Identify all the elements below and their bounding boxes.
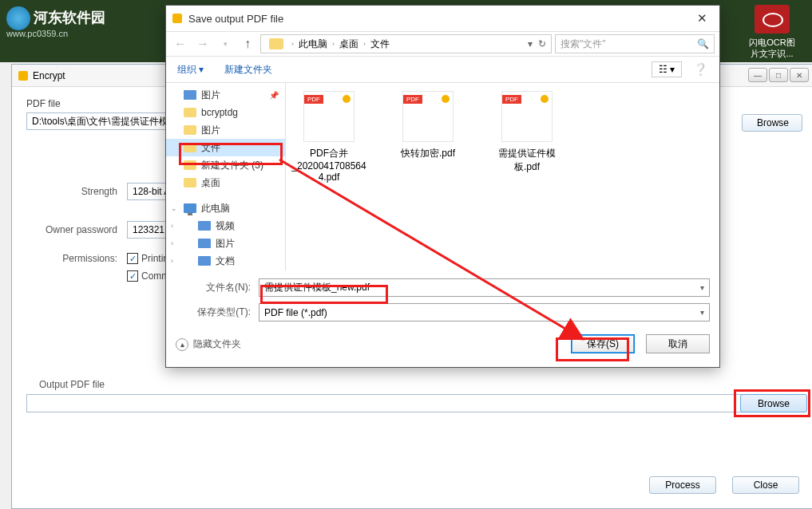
tree-item[interactable]: 新建文件夹 (3) bbox=[166, 156, 285, 174]
hide-folders-toggle[interactable]: ▴ 隐藏文件夹 bbox=[176, 337, 241, 351]
breadcrumb-segment[interactable]: 桌面 bbox=[339, 37, 358, 51]
file-name: 需提供证件模板.pdf bbox=[498, 148, 556, 172]
nav-back-button[interactable]: ← bbox=[171, 34, 190, 53]
folder-tree: 图片📌 bcryptdg 图片 文件 新建文件夹 (3) 桌面 ⌄此电脑 ›视频… bbox=[166, 83, 286, 270]
tree-item-this-pc[interactable]: ⌄此电脑 bbox=[166, 199, 285, 217]
browse-output-button[interactable]: Browse bbox=[740, 394, 807, 412]
expander-icon[interactable]: ⌄ bbox=[171, 204, 177, 212]
minimize-button[interactable]: — bbox=[748, 68, 767, 82]
help-icon[interactable]: ❔ bbox=[693, 62, 708, 77]
close-button-bottom[interactable]: Close bbox=[732, 476, 799, 494]
browse-input-button[interactable]: Browse bbox=[742, 114, 802, 132]
address-bar[interactable]: › 此电脑› 桌面› 文件 ▾ ↻ bbox=[260, 34, 552, 53]
dialog-close-button[interactable]: ✕ bbox=[684, 6, 719, 31]
pdf-file-input[interactable] bbox=[26, 112, 172, 130]
save-dialog-title: Save output PDF file bbox=[188, 13, 283, 25]
ocr-app-icon bbox=[755, 5, 790, 34]
nav-recent-dropdown[interactable]: ▾ bbox=[216, 34, 235, 53]
desktop-shortcut-label: 闪电OCR图片文字识... bbox=[749, 37, 794, 58]
folder-icon bbox=[184, 178, 196, 187]
folder-icon bbox=[184, 143, 196, 152]
save-dialog: Save output PDF file ✕ ← → ▾ ↑ › 此电脑› 桌面… bbox=[165, 5, 720, 368]
this-pc-icon bbox=[184, 203, 196, 213]
encrypt-title: Encrypt bbox=[33, 70, 65, 81]
folder-icon bbox=[184, 125, 196, 135]
lock-overlay-icon bbox=[541, 95, 549, 103]
folder-icon bbox=[184, 108, 196, 117]
lock-overlay-icon bbox=[442, 95, 450, 103]
file-item[interactable]: PDF 快转加密.pdf bbox=[390, 91, 466, 160]
nav-forward-button[interactable]: → bbox=[193, 34, 212, 53]
strength-label: Strength bbox=[26, 186, 127, 197]
videos-icon bbox=[198, 221, 211, 231]
dialog-toolbar: 组织 ▾ 新建文件夹 ☷ ▾ ❔ bbox=[166, 57, 719, 82]
file-list[interactable]: PDF PDF合并_2020041708564 4.pdf PDF 快转加密.p… bbox=[286, 83, 719, 270]
permissions-label: Permissions: bbox=[26, 253, 127, 264]
pdf-file-icon: PDF bbox=[303, 91, 355, 142]
tree-item[interactable]: 文件 bbox=[166, 139, 285, 156]
expander-icon[interactable]: › bbox=[171, 239, 173, 247]
owner-password-label: Owner password bbox=[26, 224, 127, 235]
search-icon: 🔍 bbox=[697, 38, 709, 49]
pictures-icon bbox=[184, 90, 196, 100]
printing-checkbox[interactable] bbox=[127, 253, 138, 264]
pin-icon: 📌 bbox=[269, 91, 279, 100]
watermark-logo-icon bbox=[6, 6, 30, 30]
file-item[interactable]: PDF PDF合并_2020041708564 4.pdf bbox=[291, 91, 367, 183]
filetype-label: 保存类型(T): bbox=[176, 306, 259, 319]
nav-bar: ← → ▾ ↑ › 此电脑› 桌面› 文件 ▾ ↻ 搜索"文件" 🔍 bbox=[166, 31, 719, 57]
commenting-checkbox[interactable] bbox=[127, 270, 138, 282]
pdf-file-icon: PDF bbox=[501, 91, 553, 142]
save-button[interactable]: 保存(S) bbox=[571, 334, 635, 353]
documents-icon bbox=[198, 256, 211, 266]
output-file-label: Output PDF file bbox=[39, 379, 105, 390]
file-name: PDF合并_2020041708564 4.pdf bbox=[291, 148, 366, 183]
tree-item[interactable]: 桌面 bbox=[166, 174, 285, 191]
tree-item[interactable]: bcryptdg bbox=[166, 104, 285, 121]
filetype-select[interactable]: PDF file (*.pdf)▾ bbox=[259, 303, 710, 322]
organize-menu[interactable]: 组织 ▾ bbox=[177, 63, 204, 77]
tree-item[interactable]: ›文档 bbox=[166, 252, 285, 270]
folder-icon bbox=[269, 38, 283, 49]
chevron-down-icon[interactable]: ▾ bbox=[700, 283, 704, 292]
chevron-down-icon[interactable]: ▾ bbox=[700, 308, 704, 317]
tree-item[interactable]: 图片📌 bbox=[166, 86, 285, 104]
breadcrumb-segment[interactable]: 此电脑 bbox=[299, 37, 327, 51]
lock-icon bbox=[18, 71, 28, 81]
file-item[interactable]: PDF 需提供证件模板.pdf bbox=[489, 91, 565, 174]
view-mode-button[interactable]: ☷ ▾ bbox=[652, 61, 682, 77]
tree-item[interactable]: 图片 bbox=[166, 121, 285, 139]
cancel-button[interactable]: 取消 bbox=[646, 334, 710, 353]
folder-icon bbox=[184, 160, 196, 170]
search-input[interactable]: 搜索"文件" 🔍 bbox=[555, 34, 715, 53]
tree-item[interactable]: ›视频 bbox=[166, 217, 285, 235]
tree-item[interactable]: ›图片 bbox=[166, 235, 285, 252]
close-button[interactable]: ✕ bbox=[790, 68, 809, 82]
expander-icon[interactable]: › bbox=[171, 257, 173, 265]
new-folder-button[interactable]: 新建文件夹 bbox=[224, 63, 272, 77]
expander-icon[interactable]: › bbox=[171, 222, 173, 230]
pictures-icon bbox=[198, 239, 211, 248]
site-watermark: 河东软件园 www.pc0359.cn bbox=[6, 6, 105, 38]
lock-icon bbox=[172, 14, 182, 23]
file-name: 快转加密.pdf bbox=[401, 148, 455, 159]
save-dialog-titlebar: Save output PDF file ✕ bbox=[166, 6, 719, 31]
nav-up-button[interactable]: ↑ bbox=[238, 34, 257, 53]
desktop-shortcut[interactable]: 闪电OCR图片文字识... bbox=[748, 5, 796, 59]
search-placeholder: 搜索"文件" bbox=[560, 37, 606, 51]
filename-label: 文件名(N): bbox=[176, 281, 259, 294]
output-file-input[interactable] bbox=[26, 394, 802, 412]
collapse-icon: ▴ bbox=[176, 338, 188, 351]
maximize-button[interactable]: □ bbox=[769, 68, 788, 82]
filename-input[interactable]: 需提供证件模板_new.pdf▾ bbox=[259, 278, 710, 297]
lock-overlay-icon bbox=[343, 95, 351, 103]
breadcrumb-segment[interactable]: 文件 bbox=[370, 37, 390, 51]
process-button[interactable]: Process bbox=[649, 476, 716, 494]
pdf-file-icon: PDF bbox=[402, 91, 454, 142]
